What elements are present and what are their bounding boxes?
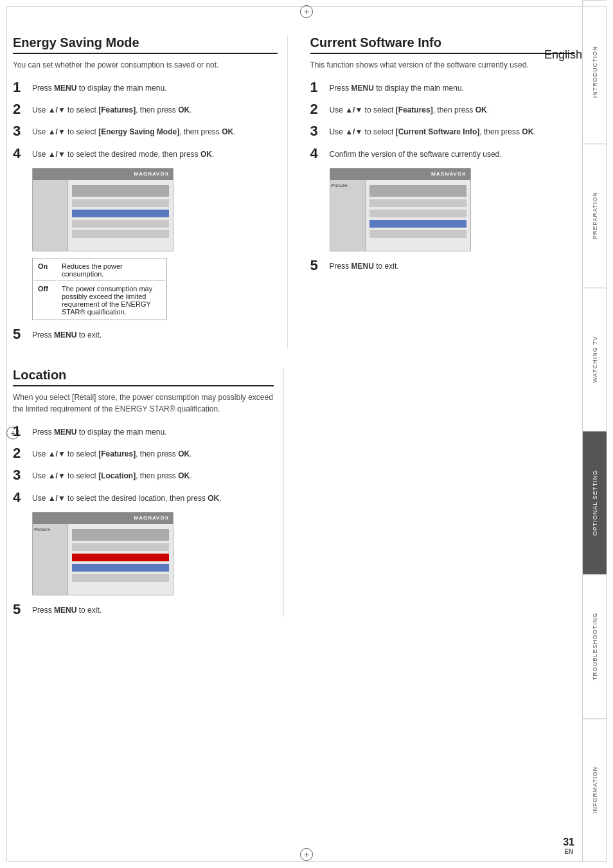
table-row: Off The power consumption may possibly e… [34, 282, 165, 318]
software-step-5: 5 Press MENU to exit. [310, 258, 575, 273]
sidebar-section-optional-setting: OPTIONAL SETTING [583, 431, 607, 574]
sidebar-section-preparation: PREPARATION [583, 143, 607, 287]
option-label: On [34, 260, 57, 281]
current-software-intro: This function shows what version of the … [310, 59, 575, 71]
step-number: 4 [310, 146, 330, 161]
tv-row [72, 574, 169, 582]
tv-main [68, 524, 173, 595]
tv-row [369, 199, 466, 207]
sidebar-section-information: INFORMATION [583, 718, 607, 862]
location-section: Location When you select [Retail] store,… [13, 368, 284, 617]
tv-main [366, 180, 470, 251]
current-software-title: Current Software Info [310, 35, 575, 54]
energy-step-4: 4 Use ▲/▼ to select the desired mode, th… [13, 146, 278, 161]
step-number: 1 [13, 80, 32, 95]
current-software-section: Current Software Info This function show… [307, 35, 575, 348]
energy-step-3: 3 Use ▲/▼ to select [Energy Saving Mode]… [13, 123, 278, 139]
step-text: Press MENU to exit. [32, 602, 102, 617]
tv-brand: MAGNAVOX [134, 515, 169, 521]
tv-row [72, 230, 169, 238]
step-number: 2 [310, 102, 330, 117]
step-text: Use ▲/▼ to select [Location], then press… [32, 467, 192, 482]
step-number: 3 [13, 123, 32, 139]
tv-body: Picture [33, 524, 173, 595]
tv-sidebar: Picture [33, 524, 68, 595]
energy-step-1: 1 Press MENU to display the main menu. [13, 80, 278, 95]
energy-saving-section: Energy Saving Mode You can set whether t… [13, 35, 288, 348]
energy-saving-intro: You can set whether the power consumptio… [13, 59, 278, 71]
tv-main [68, 180, 173, 251]
tv-row-highlight [72, 564, 169, 572]
tv-row [72, 220, 169, 228]
tv-top-bar: MAGNAVOX [330, 168, 470, 180]
location-title: Location [13, 368, 274, 386]
software-step-2: 2 Use ▲/▼ to select [Features], then pre… [310, 102, 575, 117]
step-number: 1 [13, 424, 32, 439]
step-text: Use ▲/▼ to select [Features], then press… [32, 446, 192, 460]
tv-row-highlight [369, 220, 466, 228]
tv-body: Picture [330, 180, 470, 251]
step-number: 2 [13, 446, 32, 461]
step-text: Press MENU to display the main menu. [32, 424, 166, 439]
step-text: Use ▲/▼ to select [Features], then press… [330, 102, 490, 116]
step-number: 1 [310, 80, 330, 95]
tv-brand: MAGNAVOX [431, 171, 466, 177]
crosshair-top [300, 5, 313, 20]
location-tv-mockup: MAGNAVOX Picture [32, 512, 173, 595]
step-number: 5 [13, 602, 32, 617]
tv-top-bar: MAGNAVOX [33, 168, 173, 180]
tv-body [33, 180, 173, 251]
step-text: Press MENU to exit. [32, 327, 102, 341]
software-step-4: 4 Confirm the version of the software cu… [310, 146, 575, 161]
tv-menu-bar [72, 529, 169, 541]
step-text: Press MENU to exit. [330, 258, 399, 273]
step-text: Press MENU to display the main menu. [32, 80, 166, 95]
step-number: 2 [13, 102, 32, 117]
tv-top-bar: MAGNAVOX [33, 512, 173, 524]
sidebar-section-troubleshooting: TROUBLESHOOTING [583, 574, 607, 718]
step-text: Use ▲/▼ to select [Features], then press… [32, 102, 192, 116]
page-number-suffix: EN [563, 848, 574, 855]
sidebar: INTRODUCTION PREPARATION WATCHING TV OPT… [582, 0, 607, 862]
software-step-3: 3 Use ▲/▼ to select [Current Software In… [310, 123, 575, 139]
step-number: 5 [13, 327, 32, 342]
energy-step-5: 5 Press MENU to exit. [13, 327, 278, 342]
sidebar-section-watching-tv: WATCHING TV [583, 287, 607, 431]
location-step-3: 3 Use ▲/▼ to select [Location], then pre… [13, 467, 274, 483]
location-step-4: 4 Use ▲/▼ to select the desired location… [13, 490, 274, 505]
sidebar-section-introduction: INTRODUCTION [583, 0, 607, 143]
step-text: Use ▲/▼ to select [Current Software Info… [330, 123, 536, 138]
crosshair-bottom [300, 848, 313, 863]
step-text: Use ▲/▼ to select the desired location, … [32, 490, 222, 505]
tv-row [369, 230, 466, 238]
table-row: On Reduces the power consumption. [34, 260, 165, 281]
step-text: Use ▲/▼ to select [Energy Saving Mode], … [32, 123, 236, 138]
step-text: Use ▲/▼ to select the desired mode, then… [32, 146, 214, 161]
tv-menu-bar [369, 185, 466, 197]
page-number: 31 EN [563, 836, 574, 855]
step-number: 5 [310, 258, 330, 273]
tv-menu-bar [72, 185, 169, 197]
tv-row-highlight [72, 210, 169, 217]
location-step-1: 1 Press MENU to display the main menu. [13, 424, 274, 439]
tv-sidebar: Picture [330, 180, 366, 251]
location-step-5: 5 Press MENU to exit. [13, 602, 274, 617]
step-number: 4 [13, 146, 32, 161]
step-number: 3 [13, 467, 32, 483]
step-text: Confirm the version of the software curr… [330, 146, 502, 161]
option-label: Off [34, 282, 57, 318]
software-step-1: 1 Press MENU to display the main menu. [310, 80, 575, 95]
tv-row [369, 210, 466, 217]
energy-saving-title: Energy Saving Mode [13, 35, 278, 54]
energy-step-2: 2 Use ▲/▼ to select [Features], then pre… [13, 102, 278, 117]
energy-tv-mockup: MAGNAVOX [32, 168, 173, 251]
tv-brand: MAGNAVOX [134, 171, 169, 177]
tv-sidebar [33, 180, 68, 251]
tv-row [72, 199, 169, 207]
software-tv-mockup: MAGNAVOX Picture [330, 168, 471, 251]
step-text: Press MENU to display the main menu. [330, 80, 464, 95]
tv-row [72, 543, 169, 551]
tv-row-red [72, 554, 169, 561]
option-description: Reduces the power consumption. [58, 260, 165, 281]
energy-options-table: On Reduces the power consumption. Off Th… [32, 258, 167, 320]
